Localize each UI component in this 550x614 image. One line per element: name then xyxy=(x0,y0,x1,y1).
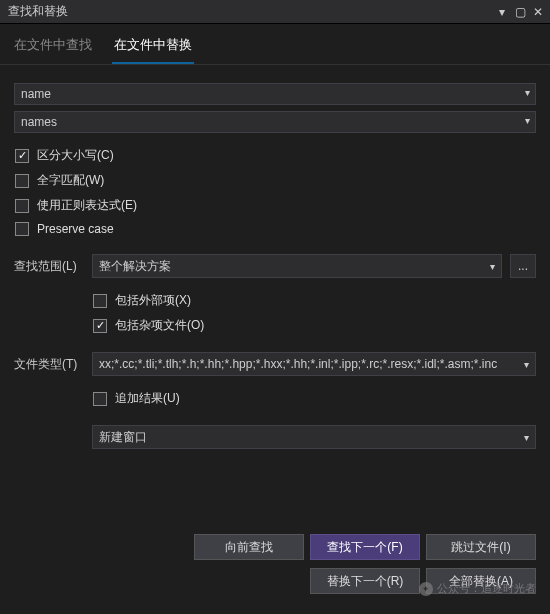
include-misc-checkbox[interactable] xyxy=(93,319,107,333)
include-external-checkbox[interactable] xyxy=(93,294,107,308)
regex-checkbox[interactable] xyxy=(15,199,29,213)
close-icon[interactable]: ✕ xyxy=(530,4,546,20)
include-misc-label[interactable]: 包括杂项文件(O) xyxy=(115,317,204,334)
whole-word-label[interactable]: 全字匹配(W) xyxy=(37,172,104,189)
chevron-down-icon: ▾ xyxy=(524,432,529,443)
include-external-label[interactable]: 包括外部项(X) xyxy=(115,292,191,309)
form-content: ▾ ▾ 区分大小写(C) 全字匹配(W) 使用正则表达式(E) Preserve… xyxy=(0,65,550,469)
window-title: 查找和替换 xyxy=(8,3,68,20)
tab-replace-in-files[interactable]: 在文件中替换 xyxy=(112,30,194,64)
match-case-label[interactable]: 区分大小写(C) xyxy=(37,147,114,164)
results-window-select[interactable]: 新建窗口 ▾ xyxy=(92,425,536,449)
browse-button[interactable]: ... xyxy=(510,254,536,278)
maximize-icon[interactable]: ▢ xyxy=(512,4,528,20)
append-results-checkbox[interactable] xyxy=(93,392,107,406)
append-results-label[interactable]: 追加结果(U) xyxy=(115,390,180,407)
replace-input[interactable] xyxy=(14,111,536,133)
skip-file-button[interactable]: 跳过文件(I) xyxy=(426,534,536,560)
chevron-down-icon: ▾ xyxy=(490,261,495,272)
match-case-checkbox[interactable] xyxy=(15,149,29,163)
tab-bar: 在文件中查找 在文件中替换 xyxy=(0,24,550,65)
filetype-value: xx;*.cc;*.tli;*.tlh;*.h;*.hh;*.hpp;*.hxx… xyxy=(99,357,497,371)
scope-select[interactable]: 整个解决方案 ▾ xyxy=(92,254,502,278)
replace-next-button[interactable]: 替换下一个(R) xyxy=(310,568,420,594)
chevron-down-icon: ▾ xyxy=(524,359,529,370)
window-controls: ▾ ▢ ✕ xyxy=(494,4,546,20)
filetype-label: 文件类型(T) xyxy=(14,356,84,373)
preserve-case-checkbox[interactable] xyxy=(15,222,29,236)
button-area: 向前查找 查找下一个(F) 跳过文件(I) 替换下一个(R) 全部替换(A) xyxy=(194,534,536,594)
title-bar: 查找和替换 ▾ ▢ ✕ xyxy=(0,0,550,24)
find-input[interactable] xyxy=(14,83,536,105)
find-prev-button[interactable]: 向前查找 xyxy=(194,534,304,560)
results-window-value: 新建窗口 xyxy=(99,429,147,446)
filetype-select[interactable]: xx;*.cc;*.tli;*.tlh;*.h;*.hh;*.hpp;*.hxx… xyxy=(92,352,536,376)
scope-value: 整个解决方案 xyxy=(99,258,171,275)
scope-label: 查找范围(L) xyxy=(14,258,84,275)
regex-label[interactable]: 使用正则表达式(E) xyxy=(37,197,137,214)
tab-find-in-files[interactable]: 在文件中查找 xyxy=(12,30,94,64)
whole-word-checkbox[interactable] xyxy=(15,174,29,188)
find-next-button[interactable]: 查找下一个(F) xyxy=(310,534,420,560)
dropdown-icon[interactable]: ▾ xyxy=(494,4,510,20)
replace-all-button[interactable]: 全部替换(A) xyxy=(426,568,536,594)
preserve-case-label[interactable]: Preserve case xyxy=(37,222,114,236)
